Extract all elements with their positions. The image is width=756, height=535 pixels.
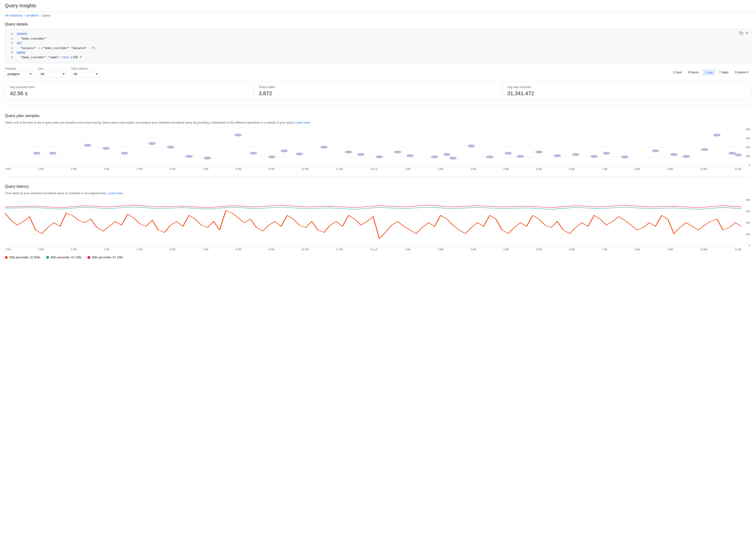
time-7days[interactable]: 7 days — [716, 69, 731, 75]
stat-times-called: Times called 3,872 — [254, 82, 503, 100]
database-filter: Database postgres — [5, 67, 34, 77]
scatter-dot[interactable] — [357, 153, 364, 156]
scatter-dot[interactable] — [683, 155, 690, 158]
client-address-label: Client address — [71, 67, 100, 70]
user-label: User — [38, 67, 67, 70]
code-line-1: 1 UPDATE — [9, 32, 747, 37]
scatter-dot[interactable] — [443, 153, 451, 156]
close-button[interactable] — [745, 31, 749, 37]
breadcrumb-sep2: › — [39, 14, 40, 17]
legend-95th-label: 95th percentile: 67.109s — [50, 256, 82, 259]
client-address-select[interactable]: All — [71, 70, 100, 77]
scatter-dot[interactable] — [102, 147, 110, 150]
latency-svg — [5, 198, 741, 247]
breadcrumb-query: Query — [42, 14, 50, 17]
scatter-dot[interactable] — [296, 153, 303, 155]
query-latency-desc: Time taken by your selected normalized q… — [5, 191, 751, 195]
breadcrumb: All instances › prodtest › Query — [0, 12, 756, 19]
scatter-dot[interactable] — [735, 154, 741, 156]
scatter-dot[interactable] — [280, 149, 288, 152]
stat-times-called-label: Times called — [259, 85, 498, 89]
latency-legend: 50th percentile: 52.009s 95th percentile… — [5, 256, 751, 259]
scatter-dot[interactable] — [572, 153, 579, 156]
time-range-buttons: 1 hour 6 hours 1 day 7 days Custom — [670, 69, 751, 75]
scatter-dot[interactable] — [652, 149, 659, 152]
legend-50th-dot — [5, 256, 8, 259]
scatter-y-axis: 80s60s40s20s0 — [741, 128, 751, 167]
scatter-dot[interactable] — [345, 151, 352, 154]
scatter-dot[interactable] — [603, 152, 610, 155]
scatter-dot[interactable] — [320, 146, 328, 149]
page-title: Query Insights — [5, 3, 751, 9]
scatter-dot[interactable] — [554, 154, 561, 157]
legend-50th: 50th percentile: 52.009s — [5, 256, 40, 259]
header: Query Insights — [0, 0, 756, 12]
time-1hour[interactable]: 1 hour — [670, 69, 684, 75]
scatter-dot[interactable] — [406, 154, 414, 157]
stat-avg-execution-value: 42.56 s — [10, 90, 249, 97]
query-plan-chart: 1 PM2 PM3 PM4 PM5 PM 6 PM7 PM8 PM9 PM10 … — [5, 128, 751, 171]
scatter-dot[interactable] — [670, 153, 678, 156]
scatter-dot[interactable] — [250, 152, 257, 155]
stat-avg-rows-value: 31,341.472 — [507, 90, 746, 97]
svg-rect-0 — [741, 33, 743, 35]
scatter-dot[interactable] — [517, 155, 524, 158]
stats-row: Avg execution time 42.56 s Times called … — [5, 81, 751, 101]
scatter-dot[interactable] — [394, 151, 401, 154]
scatter-dot[interactable] — [33, 152, 40, 155]
stat-times-called-value: 3,872 — [259, 90, 498, 97]
code-block: 1 UPDATE 2 "demo_customer" 3 SET 4 "bala… — [5, 29, 751, 63]
copy-button[interactable] — [739, 31, 743, 37]
breadcrumb-prodtest[interactable]: prodtest — [26, 14, 38, 17]
stat-avg-execution-label: Avg execution time — [10, 85, 249, 89]
code-line-4: 4 "balance" = ("demo_customer"."balance"… — [9, 46, 747, 51]
code-line-5: 5 WHERE — [9, 51, 747, 55]
stat-avg-execution: Avg execution time 42.56 s — [5, 82, 254, 100]
code-line-6: 6 "demo_customer"."name"::text LIKE ? — [9, 55, 747, 60]
database-select[interactable]: postgres — [5, 70, 34, 77]
query-plan-section: Query plan samples Select one of the dot… — [5, 106, 751, 171]
scatter-dot[interactable] — [84, 144, 91, 147]
legend-99th: 99th percentile: 67.109s — [87, 256, 123, 259]
time-6hours[interactable]: 6 hours — [685, 69, 701, 75]
user-select[interactable]: All — [38, 70, 67, 77]
scatter-dot[interactable] — [234, 133, 242, 136]
latency-x-axis: 1 PM2 PM3 PM4 PM5 PM 6 PM7 PM8 PM9 PM10 … — [5, 248, 741, 251]
database-label: Database — [5, 67, 34, 70]
scatter-dot[interactable] — [449, 156, 456, 159]
scatter-dot[interactable] — [204, 156, 211, 159]
scatter-dot[interactable] — [486, 155, 493, 158]
scatter-dot[interactable] — [431, 155, 438, 158]
time-custom[interactable]: Custom — [732, 69, 751, 75]
scatter-dot[interactable] — [167, 146, 174, 149]
query-details-title: Query details — [5, 22, 751, 26]
time-1day[interactable]: 1 day — [702, 69, 715, 75]
stat-avg-rows: Avg rows returned 31,341.472 — [502, 82, 751, 100]
legend-95th: 95th percentile: 67.109s — [46, 256, 82, 259]
user-filter: User All — [38, 67, 67, 77]
legend-95th-dot — [46, 256, 49, 259]
scatter-dot[interactable] — [148, 142, 156, 145]
filters-row: Database postgres User All Client addres… — [5, 67, 751, 77]
scatter-dot[interactable] — [729, 152, 736, 155]
scatter-dot[interactable] — [376, 155, 383, 158]
query-plan-learn-more[interactable]: Learn more — [295, 121, 310, 124]
scatter-dot[interactable] — [590, 155, 597, 158]
scatter-dot[interactable] — [268, 155, 276, 158]
scatter-dot[interactable] — [535, 151, 542, 154]
scatter-dot[interactable] — [185, 155, 193, 158]
code-line-2: 2 "demo_customer" — [9, 37, 747, 41]
scatter-dot[interactable] — [121, 152, 128, 155]
stat-avg-rows-label: Avg rows returned — [507, 85, 746, 89]
scatter-dot[interactable] — [701, 148, 708, 151]
scatter-dot[interactable] — [468, 145, 475, 147]
scatter-dot[interactable] — [505, 152, 512, 155]
query-latency-title: Query latency — [5, 184, 751, 189]
scatter-dot[interactable] — [49, 152, 56, 155]
query-latency-learn-more[interactable]: Learn more — [108, 192, 123, 195]
latency-y-axis: 80s60s40s20s0 — [741, 198, 751, 247]
breadcrumb-sep1: › — [24, 14, 25, 17]
scatter-dot[interactable] — [713, 133, 720, 136]
scatter-dot[interactable] — [621, 155, 628, 158]
breadcrumb-all-instances[interactable]: All instances — [5, 14, 23, 17]
